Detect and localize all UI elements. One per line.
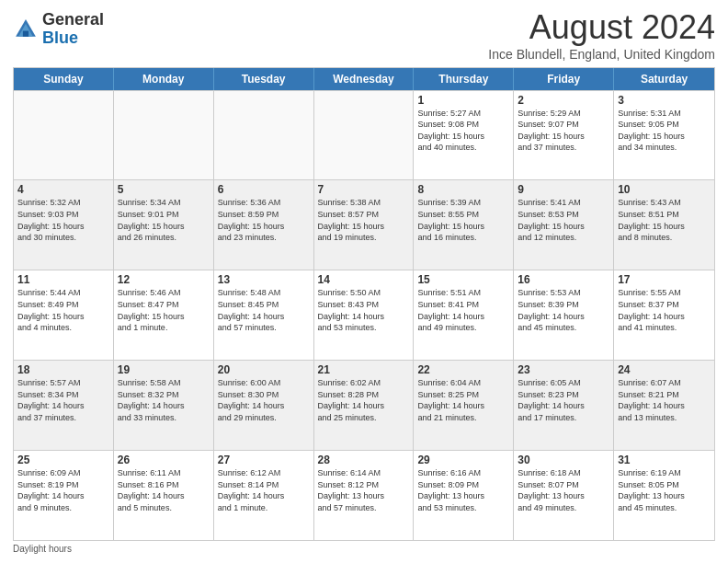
day-info: Sunrise: 6:11 AM Sunset: 8:16 PM Dayligh… [118, 467, 210, 513]
day-cell-25: 25Sunrise: 6:09 AM Sunset: 8:19 PM Dayli… [14, 451, 114, 540]
day-info: Sunrise: 5:46 AM Sunset: 8:47 PM Dayligh… [118, 287, 210, 333]
day-info: Sunrise: 5:50 AM Sunset: 8:43 PM Dayligh… [318, 287, 410, 333]
day-cell-28: 28Sunrise: 6:14 AM Sunset: 8:12 PM Dayli… [314, 451, 415, 540]
day-info: Sunrise: 5:29 AM Sunset: 9:07 PM Dayligh… [518, 108, 609, 154]
day-cell-13: 13Sunrise: 5:48 AM Sunset: 8:45 PM Dayli… [214, 270, 314, 360]
day-cell-14: 14Sunrise: 5:50 AM Sunset: 8:43 PM Dayli… [314, 270, 415, 360]
day-cell-4: 4Sunrise: 5:32 AM Sunset: 9:03 PM Daylig… [14, 180, 114, 270]
header-sunday: Sunday [14, 68, 114, 90]
day-number: 5 [118, 183, 210, 196]
header-friday: Friday [514, 68, 614, 90]
logo-blue: Blue [42, 29, 78, 47]
day-cell-11: 11Sunrise: 5:44 AM Sunset: 8:49 PM Dayli… [14, 270, 114, 360]
day-info: Sunrise: 6:05 AM Sunset: 8:23 PM Dayligh… [518, 377, 609, 423]
footer-note: Daylight hours [13, 544, 715, 554]
day-number: 26 [118, 454, 210, 466]
day-number: 25 [17, 454, 109, 466]
day-cell-23: 23Sunrise: 6:05 AM Sunset: 8:23 PM Dayli… [514, 361, 614, 450]
day-number: 28 [318, 454, 410, 466]
day-info: Sunrise: 5:38 AM Sunset: 8:57 PM Dayligh… [318, 197, 410, 243]
day-info: Sunrise: 6:19 AM Sunset: 8:05 PM Dayligh… [618, 467, 711, 513]
logo-icon [13, 17, 39, 42]
day-info: Sunrise: 5:44 AM Sunset: 8:49 PM Dayligh… [17, 287, 109, 333]
empty-cell [314, 91, 415, 180]
day-number: 7 [318, 183, 410, 196]
calendar-week-4: 18Sunrise: 5:57 AM Sunset: 8:34 PM Dayli… [14, 360, 714, 450]
day-cell-31: 31Sunrise: 6:19 AM Sunset: 8:05 PM Dayli… [614, 451, 714, 540]
header-wednesday: Wednesday [314, 68, 415, 90]
day-number: 24 [618, 363, 711, 376]
empty-cell [114, 91, 214, 180]
header-monday: Monday [114, 68, 214, 90]
empty-cell [214, 91, 314, 180]
day-info: Sunrise: 5:51 AM Sunset: 8:41 PM Dayligh… [417, 287, 509, 333]
header-thursday: Thursday [414, 68, 514, 90]
day-number: 22 [417, 363, 509, 376]
header-tuesday: Tuesday [214, 68, 314, 90]
day-info: Sunrise: 6:12 AM Sunset: 8:14 PM Dayligh… [218, 467, 310, 513]
day-cell-3: 3Sunrise: 5:31 AM Sunset: 9:05 PM Daylig… [614, 91, 714, 180]
day-number: 8 [417, 183, 509, 196]
day-number: 30 [518, 454, 609, 466]
day-info: Sunrise: 5:39 AM Sunset: 8:55 PM Dayligh… [417, 197, 509, 243]
day-cell-21: 21Sunrise: 6:02 AM Sunset: 8:28 PM Dayli… [314, 361, 415, 450]
calendar-header: Sunday Monday Tuesday Wednesday Thursday… [14, 68, 714, 90]
day-number: 12 [118, 273, 210, 286]
day-number: 1 [417, 94, 509, 107]
day-cell-5: 5Sunrise: 5:34 AM Sunset: 9:01 PM Daylig… [114, 180, 214, 270]
subtitle: Ince Blundell, England, United Kingdom [488, 47, 715, 62]
day-info: Sunrise: 6:04 AM Sunset: 8:25 PM Dayligh… [417, 377, 509, 423]
day-info: Sunrise: 6:02 AM Sunset: 8:28 PM Dayligh… [318, 377, 410, 423]
day-info: Sunrise: 5:58 AM Sunset: 8:32 PM Dayligh… [118, 377, 210, 423]
day-cell-17: 17Sunrise: 5:55 AM Sunset: 8:37 PM Dayli… [614, 270, 714, 360]
day-cell-10: 10Sunrise: 5:43 AM Sunset: 8:51 PM Dayli… [614, 180, 714, 270]
day-cell-27: 27Sunrise: 6:12 AM Sunset: 8:14 PM Dayli… [214, 451, 314, 540]
day-cell-19: 19Sunrise: 5:58 AM Sunset: 8:32 PM Dayli… [114, 361, 214, 450]
day-number: 23 [518, 363, 609, 376]
day-info: Sunrise: 5:43 AM Sunset: 8:51 PM Dayligh… [618, 197, 711, 243]
day-info: Sunrise: 5:57 AM Sunset: 8:34 PM Dayligh… [17, 377, 109, 423]
day-cell-29: 29Sunrise: 6:16 AM Sunset: 8:09 PM Dayli… [414, 451, 514, 540]
day-cell-12: 12Sunrise: 5:46 AM Sunset: 8:47 PM Dayli… [114, 270, 214, 360]
day-number: 2 [518, 94, 609, 107]
title-block: August 2024 Ince Blundell, England, Unit… [488, 9, 715, 62]
month-title: August 2024 [488, 9, 715, 46]
day-number: 21 [318, 363, 410, 376]
day-number: 10 [618, 183, 711, 196]
calendar-week-1: 1Sunrise: 5:27 AM Sunset: 9:08 PM Daylig… [14, 90, 714, 180]
day-cell-18: 18Sunrise: 5:57 AM Sunset: 8:34 PM Dayli… [14, 361, 114, 450]
header-saturday: Saturday [614, 68, 714, 90]
day-cell-26: 26Sunrise: 6:11 AM Sunset: 8:16 PM Dayli… [114, 451, 214, 540]
day-info: Sunrise: 5:41 AM Sunset: 8:53 PM Dayligh… [518, 197, 609, 243]
day-info: Sunrise: 5:27 AM Sunset: 9:08 PM Dayligh… [417, 108, 509, 154]
day-number: 3 [618, 94, 711, 107]
day-info: Sunrise: 6:07 AM Sunset: 8:21 PM Dayligh… [618, 377, 711, 423]
day-info: Sunrise: 6:00 AM Sunset: 8:30 PM Dayligh… [218, 377, 310, 423]
day-cell-9: 9Sunrise: 5:41 AM Sunset: 8:53 PM Daylig… [514, 180, 614, 270]
day-number: 11 [17, 273, 109, 286]
day-info: Sunrise: 6:09 AM Sunset: 8:19 PM Dayligh… [17, 467, 109, 513]
logo-general: General [42, 10, 104, 29]
day-number: 20 [218, 363, 310, 376]
svg-rect-2 [23, 30, 28, 36]
day-cell-7: 7Sunrise: 5:38 AM Sunset: 8:57 PM Daylig… [314, 180, 415, 270]
day-cell-2: 2Sunrise: 5:29 AM Sunset: 9:07 PM Daylig… [514, 91, 614, 180]
day-info: Sunrise: 5:34 AM Sunset: 9:01 PM Dayligh… [118, 197, 210, 243]
day-number: 18 [17, 363, 109, 376]
day-cell-30: 30Sunrise: 6:18 AM Sunset: 8:07 PM Dayli… [514, 451, 614, 540]
day-number: 16 [518, 273, 609, 286]
day-number: 17 [618, 273, 711, 286]
day-info: Sunrise: 5:31 AM Sunset: 9:05 PM Dayligh… [618, 108, 711, 154]
day-cell-6: 6Sunrise: 5:36 AM Sunset: 8:59 PM Daylig… [214, 180, 314, 270]
day-cell-15: 15Sunrise: 5:51 AM Sunset: 8:41 PM Dayli… [414, 270, 514, 360]
day-number: 31 [618, 454, 711, 466]
calendar-week-3: 11Sunrise: 5:44 AM Sunset: 8:49 PM Dayli… [14, 270, 714, 360]
calendar-week-5: 25Sunrise: 6:09 AM Sunset: 8:19 PM Dayli… [14, 450, 714, 540]
day-number: 15 [417, 273, 509, 286]
day-number: 4 [17, 183, 109, 196]
day-info: Sunrise: 6:18 AM Sunset: 8:07 PM Dayligh… [518, 467, 609, 513]
day-cell-8: 8Sunrise: 5:39 AM Sunset: 8:55 PM Daylig… [414, 180, 514, 270]
day-number: 29 [417, 454, 509, 466]
logo: General Blue [13, 11, 104, 48]
page: General Blue August 2024 Ince Blundell, … [0, 0, 728, 563]
